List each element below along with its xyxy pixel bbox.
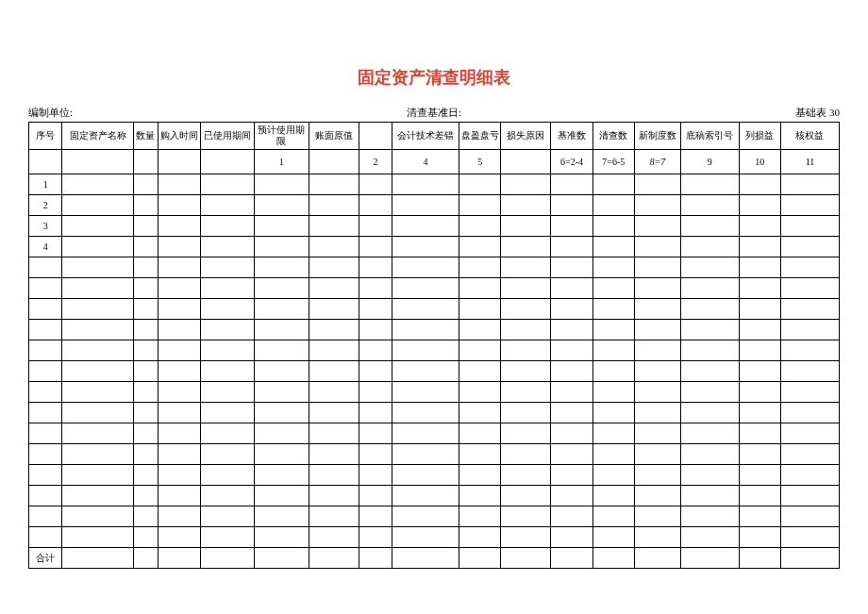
table-cell — [680, 320, 739, 340]
table-cell — [200, 361, 255, 382]
table-cell — [739, 340, 780, 361]
table-cell — [29, 423, 62, 444]
table-cell — [309, 237, 359, 257]
f-c14: 9 — [680, 150, 739, 174]
table-cell — [634, 444, 680, 465]
table-cell — [780, 382, 839, 403]
table-cell — [634, 340, 680, 361]
f-c5: 1 — [255, 150, 309, 174]
table-cell — [780, 506, 839, 527]
table-cell — [309, 257, 359, 278]
table-cell: 2 — [29, 195, 62, 216]
table-cell — [62, 361, 133, 382]
footer-cell — [459, 548, 501, 569]
table-cell — [159, 486, 200, 506]
table-cell — [62, 237, 133, 257]
table-cell — [200, 340, 255, 361]
table-cell — [551, 216, 593, 237]
table-cell — [133, 237, 159, 257]
table-cell — [255, 299, 309, 320]
table-cell — [29, 299, 62, 320]
table-cell — [459, 216, 501, 237]
table-cell — [309, 174, 359, 195]
table-cell — [680, 506, 739, 527]
table-cell — [133, 257, 159, 278]
table-cell — [29, 527, 62, 548]
table-cell — [501, 506, 551, 527]
table-cell — [501, 216, 551, 237]
table-cell — [780, 257, 839, 278]
f-c6 — [309, 150, 359, 174]
table-cell — [309, 486, 359, 506]
table-cell — [593, 403, 634, 423]
table-cell — [133, 403, 159, 423]
hdr-tech-error: 会计技术差错 — [392, 123, 459, 150]
table-cell — [593, 195, 634, 216]
footer-cell — [501, 548, 551, 569]
footer-cell — [680, 548, 739, 569]
table-cell — [359, 382, 392, 403]
footer-cell — [133, 548, 159, 569]
table-cell — [593, 423, 634, 444]
table-cell — [309, 320, 359, 340]
table-cell — [309, 382, 359, 403]
table-cell — [634, 278, 680, 299]
table-cell — [392, 278, 459, 299]
hdr-loss-reason: 损失原因 — [501, 123, 551, 150]
table-cell — [255, 174, 309, 195]
f-c16: 11 — [780, 150, 839, 174]
table-cell — [200, 174, 255, 195]
table-cell — [29, 382, 62, 403]
table-cell — [551, 278, 593, 299]
footer-cell — [255, 548, 309, 569]
table-cell — [359, 320, 392, 340]
table-cell — [501, 403, 551, 423]
meta-date-label: 清查基准日: — [299, 106, 570, 120]
table-cell — [133, 506, 159, 527]
f-c8: 4 — [392, 150, 459, 174]
table-cell — [133, 382, 159, 403]
table-cell — [62, 506, 133, 527]
table-cell — [739, 320, 780, 340]
footer-cell — [739, 548, 780, 569]
table-cell — [739, 278, 780, 299]
table-cell — [29, 403, 62, 423]
f-c9: 5 — [459, 150, 501, 174]
table-row: 2 — [29, 195, 840, 216]
table-cell — [255, 237, 309, 257]
table-cell — [392, 257, 459, 278]
footer-label: 合计 — [29, 548, 62, 569]
table-cell — [634, 195, 680, 216]
hdr-book-value: 账面原值 — [309, 123, 359, 150]
table-cell — [133, 195, 159, 216]
table-cell — [634, 257, 680, 278]
table-cell — [634, 486, 680, 506]
table-cell — [739, 444, 780, 465]
table-cell — [680, 465, 739, 486]
footer-cell — [780, 548, 839, 569]
table-cell — [392, 361, 459, 382]
table-cell — [593, 506, 634, 527]
table-cell — [392, 403, 459, 423]
table-cell — [634, 216, 680, 237]
table-cell — [459, 237, 501, 257]
table-cell — [680, 527, 739, 548]
table-cell — [359, 486, 392, 506]
page-title: 固定资产清查明细表 — [28, 66, 840, 89]
table-cell — [159, 340, 200, 361]
table-row — [29, 403, 840, 423]
table-cell — [309, 216, 359, 237]
table-cell — [680, 174, 739, 195]
table-cell — [62, 465, 133, 486]
table-cell — [680, 361, 739, 382]
footer-row: 合计 — [29, 548, 840, 569]
table-cell — [634, 361, 680, 382]
table-cell — [62, 195, 133, 216]
table-cell — [634, 320, 680, 340]
table-cell — [359, 278, 392, 299]
table-cell — [739, 361, 780, 382]
table-cell — [459, 174, 501, 195]
table-cell — [680, 382, 739, 403]
table-cell — [159, 361, 200, 382]
hdr-empty — [359, 123, 392, 150]
